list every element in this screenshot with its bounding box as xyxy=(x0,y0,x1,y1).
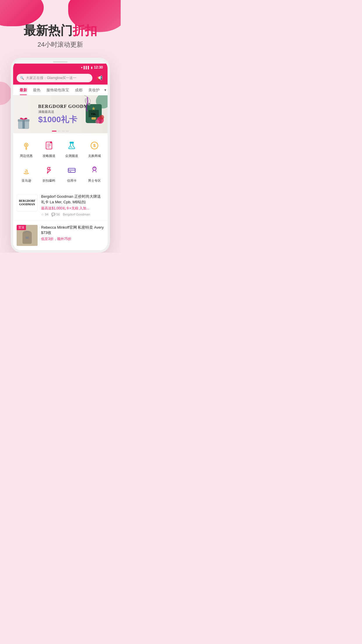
search-bar-area: 🔍 大家正在搜：Glamglow买一送一 📢 xyxy=(13,71,108,85)
exchange-label: 兑换商城 xyxy=(88,154,101,158)
nearby-icon xyxy=(20,139,33,152)
svg-rect-9 xyxy=(92,117,96,120)
megaphone-button[interactable]: 📢 xyxy=(95,74,104,82)
banner-dot-3 xyxy=(62,131,65,132)
status-icons: ▾ ▌▌▌ ▮ 12:30 xyxy=(81,65,103,69)
necklace-decor xyxy=(83,95,92,108)
deal-logo-bergdorf: BERGDORF GOODMAN xyxy=(17,194,38,211)
hero-title-part2: 折扣 xyxy=(73,24,97,37)
gift-box xyxy=(16,115,31,130)
svg-point-16 xyxy=(26,144,27,146)
deal-thumbnail-2: 置顶 xyxy=(17,225,38,246)
svg-text:$: $ xyxy=(93,143,96,148)
svg-text:a: a xyxy=(25,167,28,174)
svg-rect-2 xyxy=(22,119,25,129)
svg-point-14 xyxy=(88,103,90,105)
deal-title-2: Rebecca Minkoff官网 私密特卖 Avery $73收 xyxy=(41,225,104,235)
deal-meta-1: ☆ 94 💬 56 Bergdorf Goodman xyxy=(41,213,104,216)
banner-dot-1 xyxy=(52,131,57,132)
test-icon xyxy=(65,139,78,152)
star-icon: ☆ xyxy=(41,213,44,216)
tabs-bar: 最新 最热 服饰箱包珠宝 成都 美妆护 ▾ xyxy=(13,85,108,95)
phone-mockup: ▾ ▌▌▌ ▮ 12:30 🔍 大家正在搜：Glamglow买一送一 📢 xyxy=(11,58,110,252)
exchange-icon: $ xyxy=(88,139,101,152)
app-content: ▾ ▌▌▌ ▮ 12:30 🔍 大家正在搜：Glamglow买一送一 📢 xyxy=(13,64,108,250)
deal-comments: 💬 56 xyxy=(51,213,60,216)
grid-item-nearby[interactable]: 周边优惠 xyxy=(15,137,37,160)
hero-title: 最新热门折扣 xyxy=(6,23,115,38)
grid-item-men[interactable]: 男士专区 xyxy=(84,162,105,185)
grid-item-amazon[interactable]: a 亚马逊 xyxy=(15,162,37,185)
tab-latest[interactable]: 最新 xyxy=(17,85,30,95)
banner-area[interactable]: BERGDORF GOODMAN 满额最高送 $1000礼卡 xyxy=(13,95,108,133)
icon-grid: 周边优惠 攻略频道 xyxy=(13,133,108,188)
deal-price-1: 最高送$1,000礼卡+无税 入加... xyxy=(41,206,104,211)
svg-point-25 xyxy=(72,147,73,148)
men-label: 男士专区 xyxy=(88,178,101,183)
deals-icon xyxy=(43,164,55,177)
nearby-label: 周边优惠 xyxy=(20,154,33,158)
deal-stars: ☆ 94 xyxy=(41,213,48,216)
svg-point-12 xyxy=(95,120,99,124)
comment-count: 56 xyxy=(56,213,60,216)
hero-section: 最新热门折扣 24小时滚动更新 xyxy=(0,0,121,58)
deals-section: BERGDORF GOODMAN Bergdorf Goodman 正价时尚大牌… xyxy=(13,190,108,250)
amazon-label: 亚马逊 xyxy=(22,178,31,183)
banner-content: BERGDORF GOODMAN 满额最高送 $1000礼卡 xyxy=(13,95,108,133)
status-bar: ▾ ▌▌▌ ▮ 12:30 xyxy=(13,64,108,71)
deal-source: Bergdorf Goodman xyxy=(63,213,90,216)
grid-item-guide[interactable]: 攻略频道 xyxy=(38,137,60,160)
card-label: 信用卡 xyxy=(67,178,77,183)
battery-icon: ▮ xyxy=(91,66,93,69)
phone-notch xyxy=(13,60,108,64)
banner-dot-4 xyxy=(66,131,69,132)
wifi-icon: ▾ xyxy=(81,66,82,69)
deal-item-1[interactable]: BERGDORF GOODMAN Bergdorf Goodman 正价时尚大牌… xyxy=(13,190,108,220)
grid-item-deals[interactable]: 折扣爆料 xyxy=(38,162,60,185)
svg-rect-36 xyxy=(25,237,29,239)
tab-fashion[interactable]: 服饰箱包珠宝 xyxy=(43,85,72,95)
tab-hot[interactable]: 最热 xyxy=(30,85,43,95)
svg-point-34 xyxy=(95,168,95,169)
svg-point-11 xyxy=(99,115,104,120)
search-icon: 🔍 xyxy=(20,76,24,80)
megaphone-icon: 📢 xyxy=(97,75,103,81)
tab-more-icon[interactable]: ▾ xyxy=(103,85,108,95)
search-placeholder: 大家正在搜：Glamglow买一送一 xyxy=(26,76,76,80)
card-icon xyxy=(65,164,78,177)
banner-dots xyxy=(52,131,69,132)
amazon-icon: a xyxy=(20,164,33,177)
hero-title-part1: 最新热门 xyxy=(24,24,73,37)
star-count: 94 xyxy=(45,213,48,216)
phone-speaker xyxy=(53,61,68,63)
men-icon xyxy=(88,164,101,177)
signal-icon: ▌▌▌ xyxy=(84,66,90,69)
comment-icon: 💬 xyxy=(51,213,55,216)
test-label: 众测频道 xyxy=(65,154,78,158)
grid-item-card[interactable]: 信用卡 xyxy=(61,162,82,185)
deal-price-2: 低至3折，额外75折 xyxy=(41,237,104,242)
status-time: 12:30 xyxy=(94,65,103,69)
phone-container: ▾ ▌▌▌ ▮ 12:30 🔍 大家正在搜：Glamglow买一送一 📢 xyxy=(0,58,121,252)
deal-item-2[interactable]: 置顶 Rebecca Minkoff官网 私密特卖 Avery $73收 低至3… xyxy=(13,221,108,250)
grid-item-exchange[interactable]: $ 兑换商城 xyxy=(84,137,105,160)
banner-dot-2 xyxy=(58,131,61,132)
search-input-wrap[interactable]: 🔍 大家正在搜：Glamglow买一送一 xyxy=(17,74,92,82)
svg-point-24 xyxy=(71,146,72,148)
guide-icon xyxy=(43,139,55,152)
tab-city[interactable]: 成都 xyxy=(72,85,85,95)
grid-item-test[interactable]: 众测频道 xyxy=(61,137,82,160)
deal-info-2: Rebecca Minkoff官网 私密特卖 Avery $73收 低至3折，额… xyxy=(41,225,104,242)
svg-point-3 xyxy=(23,118,24,120)
deal-info-1: Bergdorf Goodman 正价时尚大牌送礼卡 La Mer, Cpb, … xyxy=(41,194,104,216)
hero-subtitle: 24小时滚动更新 xyxy=(6,40,115,49)
svg-text:YSL: YSL xyxy=(91,113,96,116)
tab-beauty[interactable]: 美妆护 xyxy=(85,85,103,95)
deal-title-1: Bergdorf Goodman 正价时尚大牌送礼卡 La Mer, Cpb, … xyxy=(41,194,104,204)
deal-logo-text: BERGDORF GOODMAN xyxy=(19,199,36,206)
svg-point-33 xyxy=(94,168,94,169)
guide-label: 攻略频道 xyxy=(43,154,55,158)
top-badge: 置顶 xyxy=(17,225,26,230)
deals-label: 折扣爆料 xyxy=(43,178,55,183)
